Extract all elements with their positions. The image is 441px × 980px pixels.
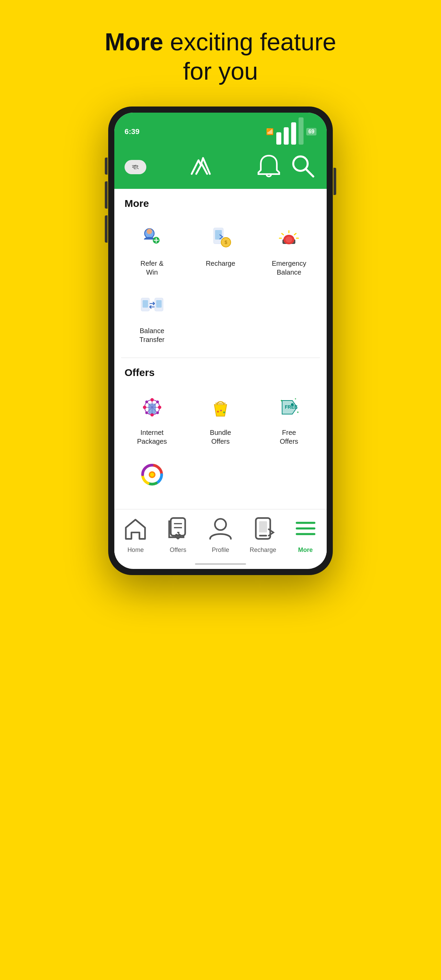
svg-point-56 <box>215 519 226 530</box>
bundle-offers-item[interactable]: ★ ★ ★ BundleOffers <box>186 385 255 453</box>
svg-text:FREE: FREE <box>285 404 298 410</box>
svg-rect-41 <box>149 404 156 414</box>
svg-rect-1 <box>284 127 289 145</box>
offers-nav-icon <box>164 515 191 544</box>
phone-screen: 6:39 📶 69 <box>114 113 327 569</box>
home-indicator <box>195 563 246 565</box>
notification-icon[interactable] <box>255 153 282 182</box>
svg-point-36 <box>156 411 159 414</box>
hero-section: More exciting feature for you <box>84 0 357 107</box>
refer-win-label: Refer &Win <box>140 259 164 277</box>
phone-frame: 6:39 📶 69 <box>108 107 333 575</box>
balance-transfer-label: BalanceTransfer <box>140 326 165 344</box>
svg-rect-27 <box>156 300 162 308</box>
extra-offers-item[interactable] <box>118 453 186 502</box>
emergency-balance-item[interactable]: EmergencyBalance <box>255 216 323 283</box>
svg-point-8 <box>146 229 152 234</box>
internet-packages-item[interactable]: InternetPackages <box>118 385 186 453</box>
svg-point-30 <box>158 406 161 409</box>
offers-section-title: Offers <box>114 358 327 382</box>
svg-rect-58 <box>259 521 267 533</box>
recharge-nav-label: Recharge <box>250 546 276 554</box>
recharge-label: Recharge <box>206 259 236 268</box>
home-icon <box>122 515 149 544</box>
recharge-icon: $ <box>205 223 236 253</box>
more-section-title: More <box>114 189 327 213</box>
profile-nav-label: Profile <box>212 546 229 554</box>
svg-text:★: ★ <box>217 410 220 414</box>
free-offers-item[interactable]: FREE ✦ ✦ ✦ FreeOffers <box>255 385 323 453</box>
emergency-balance-label: EmergencyBalance <box>272 259 306 277</box>
app-logo <box>187 153 214 181</box>
svg-text:✦: ✦ <box>296 410 299 414</box>
recharge-nav-icon <box>250 515 277 544</box>
bottom-navigation: Home <box>114 509 327 560</box>
more-nav-icon <box>292 515 319 544</box>
svg-text:✦: ✦ <box>295 398 297 401</box>
main-content: More <box>114 189 327 565</box>
svg-rect-2 <box>291 122 296 144</box>
svg-rect-3 <box>299 118 304 145</box>
nav-home[interactable]: Home <box>122 515 149 554</box>
internet-packages-label: InternetPackages <box>137 428 167 446</box>
status-icons: 📶 69 <box>266 118 317 146</box>
profile-nav-icon <box>207 515 234 544</box>
status-time: 6:39 <box>124 127 140 136</box>
svg-rect-25 <box>143 300 148 308</box>
balance-transfer-item[interactable]: BalanceTransfer <box>118 283 186 351</box>
mute-button <box>105 215 108 243</box>
nav-offers[interactable]: Offers <box>164 515 191 554</box>
search-icon[interactable] <box>289 153 317 182</box>
nav-profile[interactable]: Profile <box>207 515 234 554</box>
emergency-balance-icon <box>274 223 304 253</box>
free-offers-icon: FREE ✦ ✦ ✦ <box>274 392 304 423</box>
svg-text:$: $ <box>224 240 227 245</box>
free-offers-label: FreeOffers <box>280 428 298 446</box>
bundle-offers-icon: ★ ★ ★ <box>205 392 236 423</box>
svg-point-29 <box>150 398 154 401</box>
bundle-offers-label: BundleOffers <box>210 428 231 446</box>
svg-line-21 <box>295 234 296 235</box>
balance-transfer-icon <box>137 290 167 321</box>
language-badge[interactable]: বাং <box>124 160 146 174</box>
hero-line2: for you <box>105 56 336 86</box>
more-nav-label: More <box>298 546 313 554</box>
offers-nav-label: Offers <box>170 546 186 554</box>
status-bar: 6:39 📶 69 <box>114 113 327 149</box>
svg-point-33 <box>156 401 159 403</box>
svg-text:★: ★ <box>223 410 226 414</box>
svg-line-5 <box>306 169 313 176</box>
nav-recharge[interactable]: Recharge <box>250 515 277 554</box>
signal-icon <box>276 118 304 146</box>
home-nav-label: Home <box>127 546 143 554</box>
battery-icon: 69 <box>306 128 317 135</box>
phone-shell: 6:39 📶 69 <box>108 107 333 575</box>
volume-up-button <box>105 158 108 175</box>
svg-text:★: ★ <box>220 409 222 412</box>
offers-grid: InternetPackages <box>114 382 327 509</box>
svg-line-20 <box>282 234 283 235</box>
svg-rect-0 <box>276 132 282 144</box>
wifi-icon: 📶 <box>266 128 274 135</box>
nav-action-icons <box>255 153 317 182</box>
hero-regular: exciting feature <box>163 28 336 56</box>
nav-more[interactable]: More <box>292 515 319 554</box>
svg-point-35 <box>145 411 148 414</box>
refer-win-item[interactable]: Refer &Win <box>118 216 186 283</box>
refer-win-icon <box>137 223 167 253</box>
power-button <box>333 168 336 195</box>
recharge-item[interactable]: $ Recharge <box>186 216 255 283</box>
svg-point-34 <box>145 401 148 403</box>
volume-down-button <box>105 181 108 208</box>
hero-bold: More <box>105 28 163 56</box>
top-navigation: বাং <box>114 149 327 189</box>
svg-point-31 <box>143 406 146 409</box>
svg-text:✦: ✦ <box>280 399 283 402</box>
extra-offers-icon <box>137 460 167 490</box>
internet-packages-icon <box>137 392 167 423</box>
svg-point-18 <box>285 237 292 243</box>
more-grid: Refer &Win $ <box>114 213 327 358</box>
svg-point-52 <box>150 473 154 477</box>
